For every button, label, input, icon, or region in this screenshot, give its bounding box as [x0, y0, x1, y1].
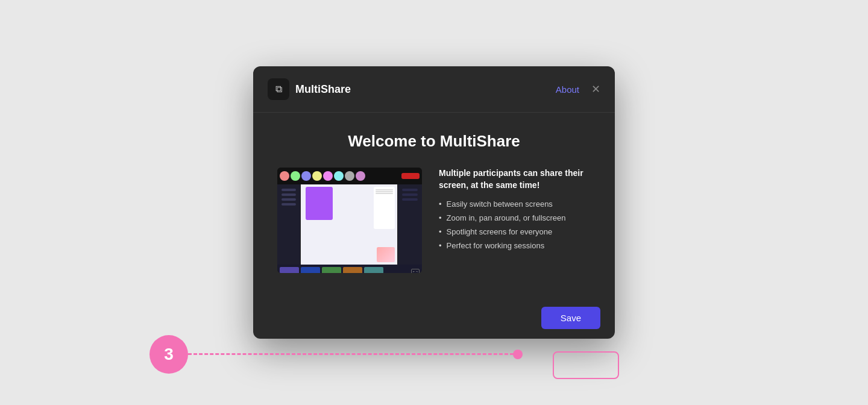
screenshot-preview: ⛶ [277, 168, 422, 273]
dialog: ⧉ MultiShare About ✕ Welcome to MultiSha… [253, 66, 615, 339]
avatar [280, 171, 289, 181]
avatar [334, 171, 344, 181]
preview-sidebar [277, 184, 300, 265]
expand-icon: ⛶ [411, 269, 420, 273]
app-icon-symbol: ⧉ [275, 84, 282, 95]
page-wrapper: 3 ⧉ MultiShare About ✕ Welcome to MultiS… [0, 0, 868, 405]
close-button[interactable]: ✕ [591, 84, 600, 95]
preview-img-block [377, 247, 395, 262]
avatar [291, 171, 300, 181]
about-link[interactable]: About [556, 84, 579, 95]
preview-main-panel [301, 184, 397, 265]
feature-text: Multiple participants can share their sc… [439, 168, 591, 255]
save-highlight-box [553, 351, 619, 379]
preview-main [277, 184, 422, 265]
preview-right-panel [398, 184, 422, 265]
dialog-footer: Save [253, 297, 615, 339]
feature-item: Zoom in, pan around, or fullscreen [439, 213, 591, 222]
dot-connector [513, 350, 523, 359]
welcome-title: Welcome to MultiShare [277, 132, 591, 151]
thumbnail [322, 267, 341, 273]
avatar [345, 171, 354, 181]
preview-thumbnails: ⛶ [277, 265, 422, 273]
header-right: About ✕ [556, 84, 600, 95]
dialog-content: Welcome to MultiShare [253, 113, 615, 297]
feature-list: Easily switch between screensZoom in, pa… [439, 199, 591, 250]
feature-item: Easily switch between screens [439, 199, 591, 209]
content-body: ⛶ Multiple participants can share their … [277, 168, 591, 273]
app-icon: ⧉ [268, 78, 289, 100]
avatar [312, 171, 322, 181]
preview-content-area [301, 184, 397, 265]
thumbnail [280, 267, 299, 273]
preview-participants [277, 168, 422, 184]
record-button [401, 173, 420, 179]
avatar [301, 171, 311, 181]
avatar [356, 171, 365, 181]
thumbnail [343, 267, 362, 273]
header-left: ⧉ MultiShare [268, 78, 351, 100]
thumbnail [301, 267, 320, 273]
step-badge: 3 [149, 335, 188, 374]
preview-pink-block [306, 187, 333, 220]
step-number: 3 [164, 345, 174, 364]
dashed-line [188, 353, 514, 355]
feature-headline: Multiple participants can share their sc… [439, 168, 591, 191]
dialog-header: ⧉ MultiShare About ✕ [253, 66, 615, 113]
app-name: MultiShare [295, 83, 351, 96]
feature-item: Perfect for working sessions [439, 241, 591, 250]
preview-white-block [374, 187, 395, 229]
feature-item: Spotlight screens for everyone [439, 227, 591, 236]
avatar [323, 171, 333, 181]
thumbnail [364, 267, 383, 273]
save-button[interactable]: Save [541, 307, 600, 329]
